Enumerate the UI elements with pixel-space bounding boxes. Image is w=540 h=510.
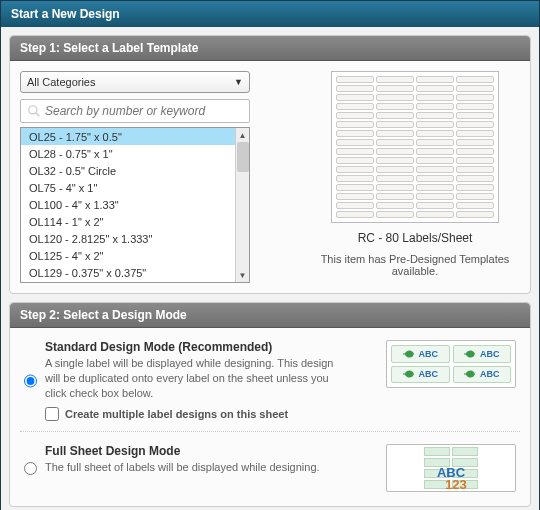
step1-panel: Step 1: Select a Label Template All Cate… — [9, 35, 531, 294]
list-item[interactable]: OL114 - 1" x 2" — [21, 213, 235, 230]
template-listbox[interactable]: OL25 - 1.75" x 0.5"OL28 - 0.75" x 1"OL32… — [20, 127, 250, 283]
fullsheet-mode-desc: The full sheet of labels will be display… — [45, 460, 320, 475]
fullsheet-mode-radio[interactable] — [24, 445, 37, 492]
standard-mode-desc: A single label will be displayed while d… — [45, 356, 345, 401]
dialog-window: Start a New Design Step 1: Select a Labe… — [0, 0, 540, 510]
scroll-down-arrow-icon[interactable]: ▼ — [236, 268, 249, 282]
standard-mode-radio[interactable] — [24, 341, 37, 421]
list-item[interactable]: OL28 - 0.75" x 1" — [21, 145, 235, 162]
preview-note: This item has Pre-Designed Templates ava… — [310, 253, 520, 277]
chevron-down-icon: ▼ — [234, 77, 243, 87]
standard-mode-row: Standard Design Mode (Recommended) A sin… — [20, 334, 520, 431]
standard-mode-title: Standard Design Mode (Recommended) — [45, 340, 345, 354]
category-dropdown[interactable]: All Categories ▼ — [20, 71, 250, 93]
template-preview-column: RC - 80 Labels/Sheet This item has Pre-D… — [310, 71, 520, 283]
search-input[interactable] — [45, 104, 243, 118]
svg-point-0 — [29, 106, 37, 114]
category-dropdown-value: All Categories — [27, 76, 95, 88]
sheet-preview — [331, 71, 499, 223]
listbox-scrollbar[interactable]: ▲ ▼ — [235, 128, 249, 282]
step2-heading: Step 2: Select a Design Mode — [10, 303, 530, 328]
step1-controls: All Categories ▼ OL25 - 1.75" x 0.5"OL28… — [20, 71, 292, 283]
dialog-content: Step 1: Select a Label Template All Cate… — [1, 27, 539, 510]
step2-panel: Step 2: Select a Design Mode Standard De… — [9, 302, 531, 507]
list-item[interactable]: OL25 - 1.75" x 0.5" — [21, 128, 235, 145]
multiple-designs-text: Create multiple label designs on this sh… — [65, 408, 288, 420]
list-item[interactable]: OL125 - 4" x 2" — [21, 247, 235, 264]
fullsheet-mode-thumbnail: ABC 123 — [386, 444, 516, 492]
list-item[interactable]: OL129 - 0.375" x 0.375" — [21, 264, 235, 281]
list-item[interactable]: OL100 - 4" x 1.33" — [21, 196, 235, 213]
fullsheet-mode-title: Full Sheet Design Mode — [45, 444, 320, 458]
scroll-thumb[interactable] — [237, 142, 249, 172]
search-icon — [27, 104, 41, 118]
dialog-title: Start a New Design — [1, 1, 539, 27]
multiple-designs-checkbox[interactable] — [45, 407, 59, 421]
scroll-up-arrow-icon[interactable]: ▲ — [236, 128, 249, 142]
list-item[interactable]: OL120 - 2.8125" x 1.333" — [21, 230, 235, 247]
list-item[interactable]: OL32 - 0.5" Circle — [21, 162, 235, 179]
fullsheet-mode-row: Full Sheet Design Mode The full sheet of… — [20, 431, 520, 502]
standard-mode-thumbnail: ABCABCABCABC — [386, 340, 516, 388]
multiple-designs-checkbox-label[interactable]: Create multiple label designs on this sh… — [45, 407, 345, 421]
svg-line-1 — [36, 113, 40, 117]
search-field-wrap — [20, 99, 250, 123]
step1-heading: Step 1: Select a Label Template — [10, 36, 530, 61]
preview-caption: RC - 80 Labels/Sheet — [310, 231, 520, 245]
list-item[interactable]: OL75 - 4" x 1" — [21, 179, 235, 196]
